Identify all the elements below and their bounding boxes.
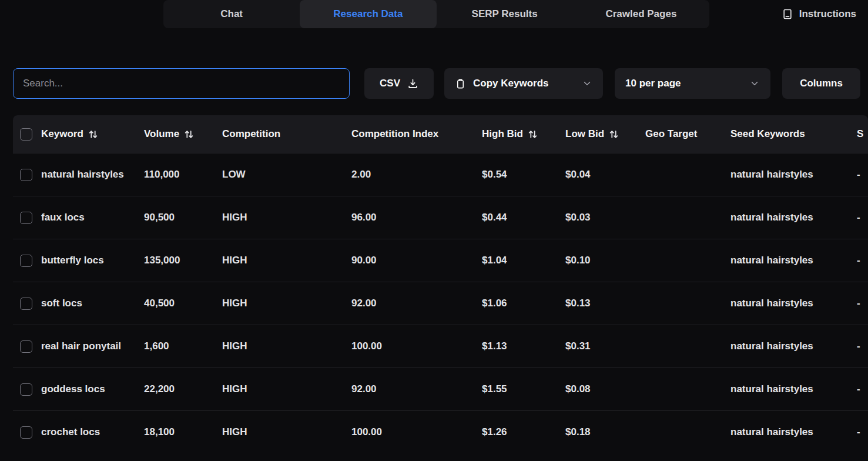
seed-keywords-cell: natural hairstyles (730, 340, 857, 352)
keyword-cell: real hair ponytail (41, 340, 144, 352)
competition-cell: HIGH (222, 383, 351, 395)
high-bid-cell: $1.26 (482, 426, 565, 438)
row-checkbox[interactable] (20, 212, 32, 224)
volume-cell: 135,000 (144, 255, 222, 266)
table-row: faux locs 90,500 HIGH 96.00 $0.44 $0.03 … (13, 196, 868, 239)
keyword-cell: soft locs (41, 298, 144, 309)
csv-export-button[interactable]: CSV (364, 68, 434, 99)
tab-serp-results[interactable]: SERP Results (437, 0, 573, 28)
keyword-cell: natural hairstyles (41, 169, 144, 181)
high-bid-cell: $0.44 (482, 212, 565, 223)
high-bid-cell: $1.06 (482, 298, 565, 309)
sort-icon[interactable] (528, 129, 538, 139)
column-header-competition: Competition (222, 128, 351, 140)
table-row: goddess locs 22,200 HIGH 92.00 $1.55 $0.… (13, 368, 868, 410)
table-row: real hair ponytail 1,600 HIGH 100.00 $1.… (13, 325, 868, 368)
chevron-down-icon (582, 78, 592, 89)
keyword-cell: faux locs (41, 212, 144, 223)
instructions-label: Instructions (799, 8, 856, 20)
truncated-cell: - (857, 212, 868, 223)
sort-icon[interactable] (184, 129, 194, 139)
sort-icon[interactable] (609, 129, 619, 139)
table-row: butterfly locs 135,000 HIGH 90.00 $1.04 … (13, 239, 868, 282)
volume-cell: 1,600 (144, 340, 222, 352)
row-checkbox[interactable] (20, 255, 32, 267)
table-row: natural hairstyles 110,000 LOW 2.00 $0.5… (13, 153, 868, 196)
download-icon (407, 78, 418, 89)
low-bid-cell: $0.18 (565, 426, 645, 438)
column-header-volume[interactable]: Volume (144, 128, 222, 140)
volume-cell: 22,200 (144, 383, 222, 395)
table-body: natural hairstyles 110,000 LOW 2.00 $0.5… (13, 153, 868, 453)
seed-keywords-cell: natural hairstyles (730, 298, 857, 309)
competition-index-cell: 100.00 (351, 340, 482, 352)
column-header-seed-keywords: Seed Keywords (730, 128, 857, 140)
competition-index-cell: 100.00 (351, 426, 482, 438)
low-bid-cell: $0.10 (565, 255, 645, 266)
competition-cell: LOW (222, 169, 351, 181)
high-bid-cell: $1.55 (482, 383, 565, 395)
row-checkbox[interactable] (20, 340, 32, 353)
search-input[interactable] (13, 68, 350, 99)
column-header-keyword[interactable]: Keyword (41, 128, 144, 140)
column-header-competition-index: Competition Index (351, 128, 482, 140)
copy-keywords-button[interactable]: Copy Keywords (444, 68, 603, 99)
copy-keywords-label: Copy Keywords (473, 78, 548, 89)
competition-cell: HIGH (222, 340, 351, 352)
seed-keywords-cell: natural hairstyles (730, 383, 857, 395)
competition-index-cell: 90.00 (351, 255, 482, 266)
column-header-low-bid[interactable]: Low Bid (565, 128, 645, 140)
volume-cell: 90,500 (144, 212, 222, 223)
column-header-truncated: S (857, 128, 868, 140)
column-header-geo-target: Geo Target (645, 128, 730, 140)
competition-cell: HIGH (222, 212, 351, 223)
column-header-high-bid[interactable]: High Bid (482, 128, 565, 140)
select-all-checkbox[interactable] (20, 128, 32, 141)
truncated-cell: - (857, 298, 868, 309)
low-bid-cell: $0.04 (565, 169, 645, 181)
truncated-cell: - (857, 255, 868, 266)
truncated-cell: - (857, 340, 868, 352)
high-bid-cell: $1.13 (482, 340, 565, 352)
tab-chat[interactable]: Chat (163, 0, 300, 28)
columns-button[interactable]: Columns (782, 68, 860, 99)
per-page-value: 10 per page (625, 78, 681, 89)
volume-cell: 18,100 (144, 426, 222, 438)
row-checkbox[interactable] (20, 383, 32, 396)
table-row: crochet locs 18,100 HIGH 100.00 $1.26 $0… (13, 410, 868, 453)
table-row: soft locs 40,500 HIGH 92.00 $1.06 $0.13 … (13, 282, 868, 325)
competition-index-cell: 92.00 (351, 383, 482, 395)
row-checkbox[interactable] (20, 426, 32, 439)
seed-keywords-cell: natural hairstyles (730, 212, 857, 223)
low-bid-cell: $0.13 (565, 298, 645, 309)
research-data-page: Chat Research Data SERP Results Crawled … (0, 0, 868, 461)
tab-research-data[interactable]: Research Data (300, 0, 436, 28)
low-bid-cell: $0.03 (565, 212, 645, 223)
table-header: Keyword Volume Competiti (13, 115, 868, 153)
per-page-select[interactable]: 10 per page (615, 68, 770, 99)
truncated-cell: - (857, 169, 868, 181)
row-checkbox[interactable] (20, 169, 32, 181)
csv-label: CSV (380, 78, 400, 89)
tab-bar: Chat Research Data SERP Results Crawled … (163, 0, 709, 28)
seed-keywords-cell: natural hairstyles (730, 255, 857, 266)
row-checkbox[interactable] (20, 298, 32, 310)
truncated-cell: - (857, 426, 868, 438)
tab-crawled-pages[interactable]: Crawled Pages (573, 0, 709, 28)
chevron-down-icon (749, 78, 760, 89)
clipboard-icon (455, 78, 466, 89)
competition-cell: HIGH (222, 298, 351, 309)
competition-index-cell: 92.00 (351, 298, 482, 309)
sort-icon[interactable] (88, 129, 98, 139)
volume-cell: 110,000 (144, 169, 222, 181)
competition-index-cell: 2.00 (351, 169, 482, 181)
keywords-table: Keyword Volume Competiti (13, 115, 868, 461)
keyword-cell: butterfly locs (41, 255, 144, 266)
book-icon (782, 8, 793, 20)
instructions-button[interactable]: Instructions (782, 6, 856, 22)
high-bid-cell: $0.54 (482, 169, 565, 181)
low-bid-cell: $0.08 (565, 383, 645, 395)
keyword-cell: crochet locs (41, 426, 144, 438)
competition-index-cell: 96.00 (351, 212, 482, 223)
truncated-cell: - (857, 383, 868, 395)
